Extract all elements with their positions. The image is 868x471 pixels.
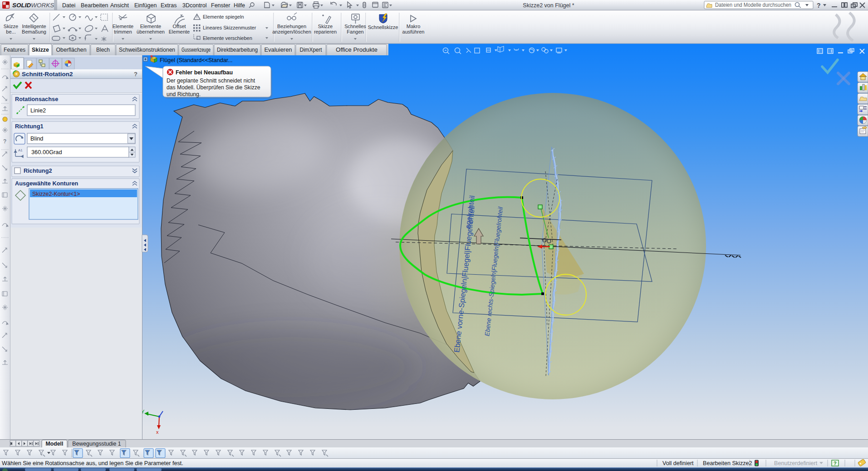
svg-text:Der geplante Schnitt schneidet: Der geplante Schnitt schneidet nicht	[167, 78, 255, 84]
svg-text:A1: A1	[18, 148, 23, 152]
svg-text:Richtung2: Richtung2	[24, 167, 52, 174]
svg-text:Ausgewählte Konturen: Ausgewählte Konturen	[15, 180, 78, 187]
svg-text:Evaluieren: Evaluieren	[265, 47, 292, 53]
svg-text:Skizze2 von Flügel *: Skizze2 von Flügel *	[523, 2, 574, 9]
svg-text:Blech: Blech	[96, 47, 110, 53]
svg-text:Features: Features	[4, 47, 25, 53]
svg-text:Schnelles: Schnelles	[344, 24, 366, 29]
svg-text:Skizze2-Kontur<1>: Skizze2-Kontur<1>	[32, 191, 80, 197]
svg-text:Rotationsachse: Rotationsachse	[15, 96, 58, 102]
svg-text:übernehmen: übernehmen	[137, 29, 165, 34]
svg-text:Dateien und Modelle durchsuche: Dateien und Modelle durchsuchen	[715, 2, 791, 8]
svg-text:Blind: Blind	[30, 135, 43, 142]
svg-text:Elemente spiegeln: Elemente spiegeln	[203, 14, 244, 19]
svg-text:Bearbeiten: Bearbeiten	[81, 2, 108, 9]
svg-text:?: ?	[3, 138, 6, 145]
svg-text:Oberflächen: Oberflächen	[56, 47, 87, 53]
svg-text:Offset: Offset	[172, 24, 186, 29]
svg-text:Fangen: Fangen	[347, 29, 363, 34]
svg-text:3Dcontrol: 3Dcontrol	[182, 2, 207, 9]
svg-text:Extras: Extras	[161, 2, 177, 9]
svg-text:Schnellskizze: Schnellskizze	[368, 24, 398, 30]
svg-text:Elemente: Elemente	[113, 24, 133, 29]
svg-text:Richtung1: Richtung1	[15, 123, 44, 130]
svg-text:Linie2: Linie2	[30, 107, 46, 114]
svg-text:ausführen: ausführen	[402, 29, 425, 34]
svg-text:Hilfe: Hilfe	[234, 2, 245, 9]
svg-text:Elemente: Elemente	[140, 24, 161, 29]
svg-text:SOLIDWORKS: SOLIDWORKS	[12, 2, 54, 9]
svg-text:Makro: Makro	[407, 24, 421, 29]
svg-text:anzeigen/löschen: anzeigen/löschen	[272, 29, 311, 34]
svg-text:Office Produkte: Office Produkte	[336, 47, 378, 53]
svg-text:Voll definiert: Voll definiert	[662, 460, 694, 466]
svg-text:Wählen Sie eine Rotationsachse: Wählen Sie eine Rotationsachse aus, und …	[2, 460, 183, 466]
svg-text:Schweißkonstruktionen: Schweißkonstruktionen	[119, 47, 175, 53]
svg-text:und Richtung.: und Richtung.	[167, 91, 201, 97]
svg-text:?: ?	[817, 2, 821, 9]
svg-text:Benutzerdefiniert: Benutzerdefiniert	[774, 460, 818, 466]
svg-text:?: ?	[134, 71, 137, 78]
svg-text:Intelligente: Intelligente	[22, 24, 46, 29]
svg-text:Elemente verschieben: Elemente verschieben	[203, 35, 252, 41]
svg-text:DimXpert: DimXpert	[300, 47, 323, 53]
svg-text:reparieren: reparieren	[314, 29, 337, 34]
svg-text:trimmen: trimmen	[114, 29, 132, 34]
svg-text:Direktbearbeitung: Direktbearbeitung	[217, 47, 258, 53]
svg-text:Flügel (Standard<<Standar...: Flügel (Standard<<Standar...	[160, 57, 233, 63]
svg-text:Bemaßung: Bemaßung	[22, 29, 46, 34]
svg-text:Bearbeiten Skizze2: Bearbeiten Skizze2	[703, 460, 752, 466]
svg-text:Skizze: Skizze	[4, 24, 18, 29]
svg-text:Skizze: Skizze	[318, 24, 333, 29]
svg-text:Schnitt-Rotation2: Schnitt-Rotation2	[22, 71, 73, 78]
svg-text:360.00Grad: 360.00Grad	[31, 149, 62, 155]
svg-text:?: ?	[834, 461, 837, 466]
svg-text:Gusswerkzeuge: Gusswerkzeuge	[181, 47, 211, 53]
svg-text:Lineares Skizzenmuster: Lineares Skizzenmuster	[203, 25, 256, 30]
svg-text:Fenster: Fenster	[211, 2, 230, 9]
svg-text:Modell: Modell	[46, 441, 64, 447]
svg-text:Bewegungsstudie 1: Bewegungsstudie 1	[72, 441, 121, 447]
svg-text:x: x	[156, 429, 159, 435]
svg-text:Elemente: Elemente	[169, 29, 190, 34]
svg-text:Skizze: Skizze	[32, 47, 49, 53]
svg-text:be...: be...	[6, 29, 15, 34]
svg-text:Beziehungen: Beziehungen	[277, 24, 306, 29]
svg-text:Ansicht: Ansicht	[110, 2, 129, 9]
svg-text:Fehler bei Neuaufbau: Fehler bei Neuaufbau	[176, 69, 233, 76]
svg-text:Datei: Datei	[62, 2, 75, 9]
svg-text:das Modell. Überprüfen Sie die: das Modell. Überprüfen Sie die Skizze	[167, 84, 260, 91]
svg-text:Einfügen: Einfügen	[134, 2, 157, 9]
